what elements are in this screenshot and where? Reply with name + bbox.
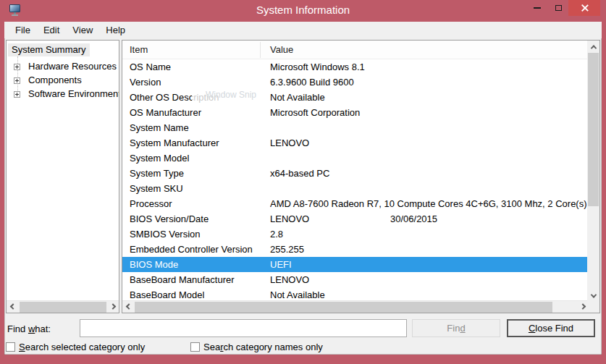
table-header: Item Value	[122, 41, 588, 59]
tree-item-label: Hardware Resources	[25, 60, 119, 73]
row-item-cell: BIOS Mode	[130, 257, 260, 272]
chevron-down-icon	[590, 292, 596, 297]
row-value-cell: LENOVO	[270, 135, 589, 151]
chevron-left-icon	[125, 303, 131, 309]
close-find-button[interactable]: Close Find	[507, 319, 595, 337]
scroll-left-button[interactable]	[122, 301, 135, 313]
column-separator[interactable]	[260, 42, 261, 58]
category-tree-panel: System SummaryHardware ResourcesComponen…	[6, 40, 119, 313]
row-value-secondary-cell: 30/06/2015	[390, 211, 437, 227]
tree-item-label: Software Environment	[25, 88, 119, 101]
checkbox-icon[interactable]	[6, 342, 15, 352]
minimize-icon	[534, 7, 541, 9]
table-row[interactable]: BIOS Version/DateLENOVO30/06/2015	[122, 211, 589, 227]
row-value-cell: LENOVO	[270, 272, 589, 287]
table-row[interactable]: Embedded Controller Version255.255	[122, 242, 589, 257]
chevron-up-icon	[590, 45, 596, 51]
column-header-item[interactable]: Item	[130, 41, 148, 59]
scrollbar-thumb[interactable]	[20, 302, 106, 313]
maximize-button[interactable]	[547, 0, 569, 16]
search-category-names-option[interactable]: Search category names only	[190, 341, 323, 352]
find-button[interactable]: Find	[412, 319, 500, 337]
row-value-cell: 255.255	[270, 242, 589, 257]
table-row[interactable]: SMBIOS Version2.8	[122, 227, 589, 242]
menu-item-file[interactable]: File	[9, 23, 37, 37]
row-value-cell: AMD A8-7600 Radeon R7, 10 Compute Cores …	[270, 196, 589, 211]
close-icon	[580, 4, 589, 12]
close-button[interactable]	[568, 0, 600, 16]
expand-plus-icon[interactable]	[14, 64, 20, 70]
menu-item-help[interactable]: Help	[99, 23, 132, 37]
row-item-cell: System Type	[130, 166, 260, 181]
row-value-cell: Not Available	[270, 287, 589, 302]
column-header-value[interactable]: Value	[270, 41, 293, 59]
table-vertical-scrollbar[interactable]	[587, 41, 599, 302]
maximize-icon	[555, 5, 562, 11]
row-item-cell: OS Name	[130, 59, 260, 75]
scroll-right-button[interactable]	[106, 301, 119, 313]
row-value-cell: x64-based PC	[270, 166, 589, 181]
table-horizontal-scrollbar[interactable]	[122, 300, 589, 313]
row-item-cell: BaseBoard Model	[130, 287, 260, 302]
system-information-window: System Information FileEditViewHelp Syst…	[0, 0, 606, 364]
find-input[interactable]	[80, 319, 407, 337]
table-row[interactable]: System Model	[122, 151, 589, 166]
tree-horizontal-scrollbar[interactable]	[7, 300, 119, 313]
scrollbar-corner	[587, 300, 599, 313]
row-item-cell: BaseBoard Manufacturer	[130, 272, 260, 287]
menu-bar: FileEditViewHelp	[4, 22, 602, 38]
find-what-label: Find what:	[7, 323, 51, 334]
chevron-right-icon	[579, 303, 585, 309]
tree-item-hardware-resources[interactable]: Hardware Resources	[14, 60, 119, 73]
row-value-cell: Microsoft Windows 8.1	[270, 59, 589, 75]
menu-item-edit[interactable]: Edit	[37, 23, 66, 37]
chevron-left-icon	[9, 303, 15, 309]
scrollbar-thumb[interactable]	[135, 302, 552, 313]
table-row[interactable]: BIOS ModeUEFI	[122, 257, 589, 272]
row-item-cell: BIOS Version/Date	[130, 211, 260, 227]
scroll-left-button[interactable]	[7, 301, 19, 313]
window-snip-ghost-overlay: Window Snip	[192, 87, 270, 103]
row-item-cell: OS Manufacturer	[130, 105, 260, 120]
table-row[interactable]: System ManufacturerLENOVO	[122, 135, 589, 151]
row-value-cell: Microsoft Corporation	[270, 105, 589, 120]
tree-item-software-environment[interactable]: Software Environment	[14, 88, 119, 101]
checkbox-label: Search category names only	[203, 342, 323, 352]
scroll-up-button[interactable]	[587, 41, 599, 53]
row-value-cell: UEFI	[270, 257, 589, 272]
table-row[interactable]: OS ManufacturerMicrosoft Corporation	[122, 105, 589, 120]
table-row[interactable]: ProcessorAMD A8-7600 Radeon R7, 10 Compu…	[122, 196, 589, 211]
expand-plus-icon[interactable]	[14, 91, 20, 98]
row-item-cell: SMBIOS Version	[130, 227, 260, 242]
search-selected-category-option[interactable]: Search selected category only	[6, 341, 145, 352]
checkbox-icon[interactable]	[190, 342, 200, 352]
window-title: System Information	[0, 0, 606, 22]
row-item-cell: System Name	[130, 120, 260, 135]
table-row[interactable]: OS NameMicrosoft Windows 8.1	[122, 59, 589, 75]
table-row[interactable]: BaseBoard ManufacturerLENOVO	[122, 272, 589, 287]
row-item-cell: System Manufacturer	[130, 135, 260, 151]
row-value-cell: 2.8	[270, 227, 589, 242]
scrollbar-thumb[interactable]	[588, 53, 599, 206]
chevron-right-icon	[109, 303, 115, 309]
row-item-cell: System Model	[130, 151, 260, 166]
row-item-cell: Processor	[130, 196, 260, 211]
table-row[interactable]: System SKU	[122, 181, 589, 196]
table-row[interactable]: BaseBoard ModelNot Available	[122, 287, 589, 302]
tree-item-system-summary[interactable]: System Summary	[8, 43, 90, 56]
table-row[interactable]: System Name	[122, 120, 589, 135]
tree-item-label: Components	[25, 74, 85, 87]
table-row[interactable]: System Typex64-based PC	[122, 166, 589, 181]
title-bar: System Information	[0, 0, 606, 22]
row-value-cell: Not Available	[270, 90, 589, 105]
row-item-cell: Embedded Controller Version	[130, 242, 260, 257]
row-item-cell: System SKU	[130, 181, 260, 196]
expand-plus-icon[interactable]	[14, 77, 20, 84]
tree-item-label: System Summary	[8, 43, 90, 56]
checkbox-label: Search selected category only	[19, 342, 145, 352]
menu-item-view[interactable]: View	[66, 23, 99, 37]
row-value-cell: 6.3.9600 Build 9600	[270, 75, 589, 90]
minimize-button[interactable]	[526, 0, 549, 16]
details-table-panel: Item Value OS NameMicrosoft Windows 8.1V…	[122, 40, 600, 313]
tree-item-components[interactable]: Components	[14, 74, 85, 87]
